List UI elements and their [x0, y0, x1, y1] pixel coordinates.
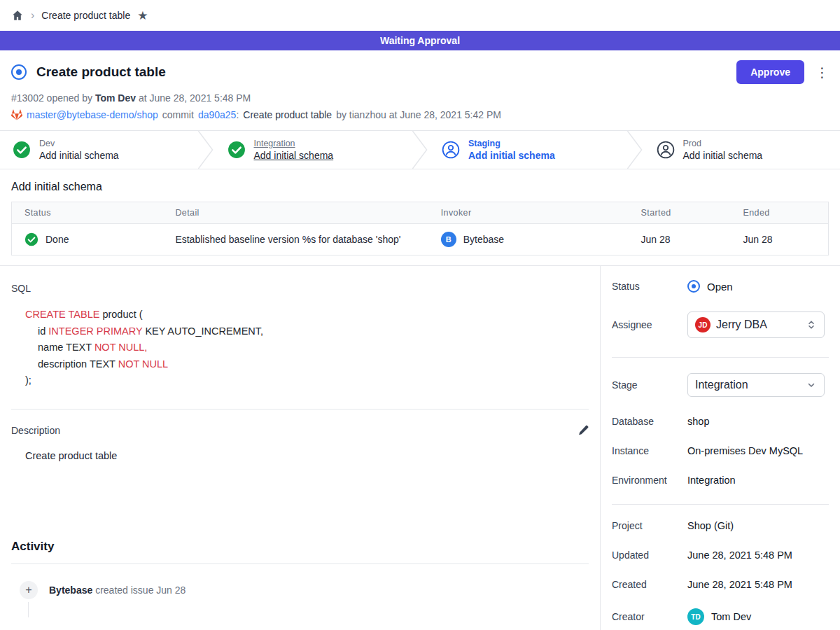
- description-label: Description: [11, 425, 60, 436]
- stage-separator-icon: [626, 131, 644, 169]
- stage-staging[interactable]: Staging Add initial schema: [429, 131, 626, 169]
- sidebar-row-created: Created June 28, 2021 5:48 PM: [612, 579, 829, 590]
- col-status: Status: [12, 202, 163, 224]
- sidebar-row-assignee: Assignee JD Jerry DBA: [612, 312, 829, 338]
- issue-title: Create product table: [36, 64, 166, 80]
- git-commit-message: Create product table: [243, 109, 332, 120]
- main-column: SQL CREATE TABLE product (id INTEGER PRI…: [0, 266, 601, 630]
- task-table-header-row: Status Detail Invoker Started Ended: [12, 202, 829, 224]
- bookmark-star-icon[interactable]: ★: [137, 8, 148, 23]
- task-done-check-icon: [24, 232, 38, 246]
- stage-separator-icon: [197, 131, 215, 169]
- col-started: Started: [629, 202, 731, 224]
- issue-meta: #13002 opened by Tom Dev at June 28, 202…: [11, 92, 829, 104]
- instance-label: Instance: [612, 445, 687, 456]
- breadcrumb-separator-icon: ›: [31, 10, 34, 21]
- created-value: June 28, 2021 5:48 PM: [687, 579, 792, 590]
- status-value: Open: [707, 281, 733, 293]
- tom-avatar: TD: [687, 608, 704, 625]
- assignee-label: Assignee: [612, 319, 687, 330]
- git-separator: :: [236, 109, 239, 120]
- sql-section-label: SQL: [11, 283, 589, 294]
- task-detail-text: Established baseline version %s for data…: [162, 224, 428, 255]
- issue-author: Tom Dev: [95, 92, 136, 104]
- bytebase-issue-page: › Create product table ★ Waiting Approva…: [0, 0, 840, 630]
- git-commit-hash-link[interactable]: da90a25: [198, 109, 237, 120]
- status-banner-text: Waiting Approval: [380, 35, 460, 46]
- database-value: shop: [687, 416, 709, 427]
- stage-task-label: Add initial schema: [254, 150, 334, 161]
- creator-value: Tom Dev: [711, 611, 751, 622]
- sidebar-row-creator: Creator TD Tom Dev: [612, 608, 829, 625]
- stage-prod[interactable]: Prod Add initial schema: [644, 131, 840, 169]
- project-value: Shop (Git): [687, 520, 734, 531]
- more-actions-kebab-icon[interactable]: ⋮: [816, 66, 829, 79]
- environment-value: Integration: [687, 475, 736, 486]
- activity-actor: Bytebase: [49, 584, 92, 596]
- task-status-text: Done: [46, 234, 69, 245]
- bytebase-avatar: B: [441, 232, 456, 247]
- breadcrumb: › Create product table ★: [0, 0, 840, 31]
- assignee-value: Jerry DBA: [716, 318, 800, 331]
- issue-open-status-icon: [11, 64, 27, 80]
- activity-item: + Bytebase created issue Jun 28: [20, 581, 589, 599]
- activity-action: created issue Jun 28: [95, 584, 186, 596]
- sidebar-row-project: Project Shop (Git): [612, 520, 829, 531]
- gitlab-icon: [11, 109, 22, 120]
- stage-task-label: Add initial schema: [39, 150, 119, 161]
- activity-timeline: + Bytebase created issue Jun 28: [11, 581, 589, 617]
- open-status-icon: [687, 280, 700, 293]
- stage-env-label: Integration: [254, 139, 334, 148]
- stage-dev[interactable]: Dev Add initial schema: [0, 131, 197, 169]
- database-label: Database: [612, 416, 687, 427]
- creator-label: Creator: [612, 611, 687, 622]
- stage-label: Stage: [612, 379, 687, 391]
- environment-label: Environment: [612, 475, 687, 486]
- home-icon[interactable]: [11, 9, 24, 22]
- stage-pending-approval-user-icon: [442, 141, 460, 159]
- created-label: Created: [612, 579, 687, 590]
- approve-button[interactable]: Approve: [736, 60, 804, 84]
- sidebar-row-status: Status Open: [612, 280, 829, 293]
- git-commit-tail: by tianzhou at June 28, 2021 5:42 PM: [336, 109, 501, 120]
- timeline-connector: [28, 602, 29, 617]
- edit-pencil-icon[interactable]: [578, 425, 589, 436]
- section-divider: [11, 409, 589, 410]
- updated-label: Updated: [612, 550, 687, 561]
- breadcrumb-page-title: Create product table: [41, 10, 130, 21]
- plus-icon: +: [20, 581, 38, 599]
- stage-task-label: Add initial schema: [468, 150, 555, 161]
- col-ended: Ended: [730, 202, 828, 224]
- sidebar-row-stage: Stage Integration: [612, 373, 829, 397]
- sql-code-block: CREATE TABLE product (id INTEGER PRIMARY…: [25, 307, 589, 389]
- sidebar-row-environment: Environment Integration: [612, 475, 829, 486]
- stage-integration[interactable]: Integration Add initial schema: [215, 131, 412, 169]
- description-text: Create product table: [25, 450, 589, 461]
- status-label: Status: [612, 281, 687, 292]
- task-invoker-name: Bytebase: [463, 234, 504, 245]
- sidebar-row-updated: Updated June 28, 2021 5:48 PM: [612, 550, 829, 561]
- stage-separator-icon: [411, 131, 429, 169]
- assignee-select[interactable]: JD Jerry DBA: [687, 312, 825, 338]
- task-table-row: Done Established baseline version %s for…: [12, 224, 829, 255]
- selector-updown-icon: [806, 319, 817, 330]
- stage-pending-user-icon: [657, 141, 675, 159]
- pipeline-stage-bar: Dev Add initial schema Integration Add i…: [0, 130, 840, 169]
- git-ref-link[interactable]: master@bytebase-demo/shop: [27, 109, 158, 120]
- updated-value: June 28, 2021 5:48 PM: [687, 550, 792, 561]
- task-panel-title: Add initial schema: [11, 181, 829, 193]
- git-commit-word: commit: [162, 109, 194, 120]
- project-label: Project: [612, 520, 687, 531]
- sidebar-row-database: Database shop: [612, 416, 829, 427]
- activity-title: Activity: [11, 540, 589, 554]
- issue-header: Create product table Approve ⋮ #13002 op…: [0, 50, 840, 130]
- task-table: Status Detail Invoker Started Ended Done: [11, 202, 829, 255]
- task-panel: Add initial schema Status Detail Invoker…: [0, 169, 840, 266]
- stage-done-check-icon: [227, 141, 246, 159]
- activity-divider: [11, 564, 589, 564]
- issue-opened-text: opened by: [47, 92, 92, 104]
- stage-done-check-icon: [13, 141, 31, 159]
- sidebar-divider: [612, 504, 829, 505]
- stage-select[interactable]: Integration: [687, 373, 825, 397]
- task-started-date: Jun 28: [629, 224, 731, 255]
